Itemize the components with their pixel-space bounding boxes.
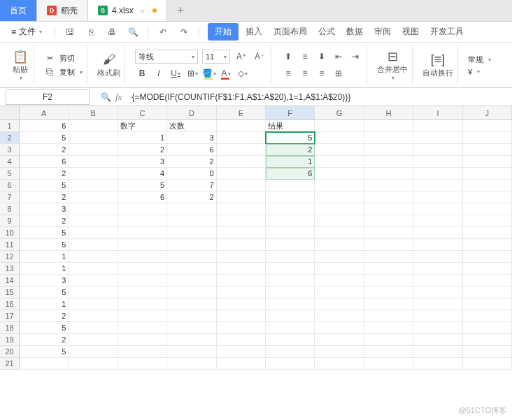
cell[interactable]: 次数	[167, 120, 216, 132]
cell[interactable]	[364, 227, 413, 239]
cell[interactable]	[315, 191, 364, 203]
cell[interactable]	[167, 275, 216, 287]
cell[interactable]: 6	[266, 168, 315, 180]
cell[interactable]	[167, 358, 216, 370]
cell[interactable]	[315, 358, 364, 370]
menu-数据[interactable]: 数据	[342, 23, 367, 41]
cell[interactable]: 5	[20, 287, 69, 298]
cell[interactable]: 2	[167, 156, 216, 168]
currency-button[interactable]: ¥▾	[468, 68, 491, 76]
cell[interactable]	[118, 287, 167, 298]
cell[interactable]	[364, 298, 413, 310]
cell[interactable]: 6	[118, 191, 167, 203]
row-header[interactable]: 9	[0, 215, 20, 227]
cell[interactable]	[315, 275, 364, 287]
col-header-E[interactable]: E	[217, 106, 266, 120]
row-header[interactable]: 16	[0, 298, 20, 310]
cell[interactable]	[167, 310, 216, 322]
cell[interactable]	[167, 346, 216, 358]
cell[interactable]	[364, 168, 413, 180]
cell[interactable]	[315, 227, 364, 239]
row-header[interactable]: 4	[0, 156, 20, 168]
cell[interactable]	[315, 239, 364, 251]
cell[interactable]: 1	[20, 251, 69, 263]
cell[interactable]	[364, 358, 413, 370]
print-icon[interactable]: 🖶	[106, 26, 118, 38]
cell[interactable]	[118, 346, 167, 358]
cell[interactable]	[463, 120, 512, 132]
cell[interactable]: 结果	[266, 120, 315, 132]
cell[interactable]	[413, 215, 462, 227]
cell[interactable]: 数字	[118, 120, 167, 132]
cell[interactable]	[69, 322, 118, 334]
cell[interactable]	[217, 120, 266, 132]
row-header[interactable]: 10	[0, 227, 20, 239]
cell[interactable]	[69, 203, 118, 215]
menu-公式[interactable]: 公式	[314, 23, 339, 41]
col-header-F[interactable]: F	[266, 106, 315, 120]
cell[interactable]	[217, 239, 266, 251]
cell[interactable]	[413, 132, 462, 144]
row-header[interactable]: 13	[0, 263, 20, 275]
cell[interactable]: 2	[20, 168, 69, 180]
formula-input[interactable]: {=MODE(IF(COUNTIF(F$1:F1,A$1:A$20),1=1,A…	[127, 92, 512, 102]
cell[interactable]: 2	[20, 310, 69, 322]
undo-icon[interactable]: ↶	[157, 26, 169, 38]
cell[interactable]	[69, 191, 118, 203]
cell[interactable]	[118, 298, 167, 310]
cell[interactable]	[463, 203, 512, 215]
cell[interactable]	[266, 227, 315, 239]
cell[interactable]	[69, 180, 118, 191]
col-header-G[interactable]: G	[315, 106, 364, 120]
align-center-icon[interactable]: ≡	[298, 66, 312, 80]
cell[interactable]	[69, 287, 118, 298]
cell[interactable]	[217, 144, 266, 156]
cell[interactable]	[217, 132, 266, 144]
cell[interactable]: 5	[20, 239, 69, 251]
menu-开发工具[interactable]: 开发工具	[426, 23, 468, 41]
menu-审阅[interactable]: 审阅	[370, 23, 395, 41]
row-header[interactable]: 1	[0, 120, 20, 132]
cell[interactable]	[217, 180, 266, 191]
border-button[interactable]: ⊞▾	[185, 66, 199, 80]
indent-right-icon[interactable]: ⇥	[348, 50, 362, 64]
cell[interactable]	[463, 215, 512, 227]
row-header[interactable]: 5	[0, 168, 20, 180]
cell[interactable]	[69, 346, 118, 358]
cell[interactable]	[364, 263, 413, 275]
cell[interactable]	[315, 203, 364, 215]
cell[interactable]	[217, 334, 266, 346]
cell[interactable]: 5	[20, 180, 69, 191]
cell[interactable]	[463, 132, 512, 144]
cell[interactable]: 3	[20, 275, 69, 287]
row-header[interactable]: 11	[0, 239, 20, 251]
cell[interactable]	[69, 120, 118, 132]
cell[interactable]	[463, 287, 512, 298]
cell[interactable]	[413, 275, 462, 287]
cell[interactable]	[217, 263, 266, 275]
cell[interactable]	[118, 239, 167, 251]
cell[interactable]	[413, 180, 462, 191]
cell[interactable]	[167, 239, 216, 251]
row-header[interactable]: 2	[0, 132, 20, 144]
cell[interactable]	[118, 263, 167, 275]
col-header-I[interactable]: I	[413, 106, 462, 120]
row-header[interactable]: 14	[0, 275, 20, 287]
cell[interactable]	[118, 322, 167, 334]
cell[interactable]	[364, 334, 413, 346]
cell[interactable]: 2	[20, 334, 69, 346]
cell[interactable]	[315, 215, 364, 227]
cell[interactable]	[167, 334, 216, 346]
cell[interactable]	[413, 203, 462, 215]
cell[interactable]	[167, 322, 216, 334]
cell[interactable]	[118, 358, 167, 370]
cell[interactable]: 2	[167, 191, 216, 203]
cell[interactable]	[315, 132, 364, 144]
cell[interactable]	[266, 322, 315, 334]
cell[interactable]	[413, 168, 462, 180]
align-bottom-icon[interactable]: ⬇	[315, 50, 329, 64]
col-header-H[interactable]: H	[364, 106, 413, 120]
cell[interactable]: 5	[266, 132, 315, 144]
cell[interactable]	[315, 334, 364, 346]
copy-button[interactable]: ⿻复制▾	[44, 66, 83, 78]
